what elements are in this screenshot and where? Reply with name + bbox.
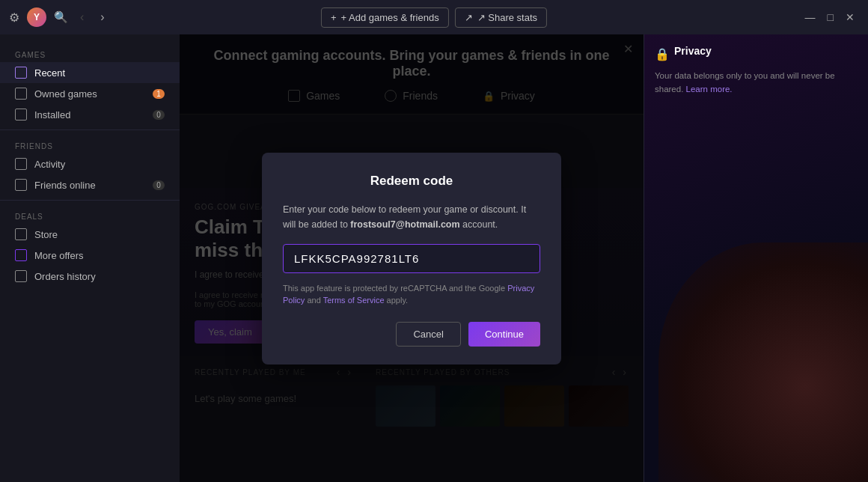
sidebar: GAMES Recent Owned games 1 Installed 0 F…: [0, 34, 180, 482]
recent-label: Recent: [34, 67, 65, 79]
privacy-icon: 🔒: [655, 47, 670, 61]
window-controls: — □ ✕: [801, 10, 859, 25]
store-label: Store: [34, 229, 58, 240]
sidebar-divider-1: [0, 129, 180, 130]
share-stats-button[interactable]: ↗ ↗ Share stats: [455, 7, 547, 28]
share-icon: ↗: [465, 12, 473, 23]
owned-games-badge: 1: [153, 89, 165, 99]
search-icon[interactable]: 🔍: [54, 10, 68, 24]
modal-desc: Enter your code below to redeem your gam…: [283, 202, 540, 232]
games-section-label: GAMES: [0, 43, 180, 62]
titlebar: ⚙ Y 🔍 ‹ › + + Add games & friends ↗ ↗ Sh…: [0, 0, 868, 34]
dragon-illustration: [658, 242, 868, 482]
learn-more-link[interactable]: Learn more.: [686, 85, 733, 94]
sidebar-divider-2: [0, 200, 180, 201]
sidebar-item-store[interactable]: Store: [0, 224, 180, 245]
sidebar-item-more-offers[interactable]: More offers: [0, 245, 180, 266]
app-body: GAMES Recent Owned games 1 Installed 0 F…: [0, 34, 868, 482]
sidebar-item-installed[interactable]: Installed 0: [0, 104, 180, 125]
plus-icon: +: [331, 12, 337, 23]
add-friends-label: + Add games & friends: [341, 12, 439, 23]
deals-section-label: DEALS: [0, 205, 180, 224]
back-button[interactable]: ‹: [76, 7, 88, 27]
minimize-button[interactable]: —: [801, 10, 820, 25]
recent-icon: [15, 67, 27, 79]
redeem-modal: Redeem code Enter your code below to red…: [262, 153, 561, 364]
owned-games-label: Owned games: [34, 88, 97, 100]
modal-title: Redeem code: [283, 174, 540, 189]
redeem-code-input[interactable]: [283, 244, 540, 273]
sidebar-item-owned-games[interactable]: Owned games 1: [0, 83, 180, 104]
orders-history-icon: [15, 270, 27, 282]
gear-icon[interactable]: ⚙: [9, 10, 19, 25]
owned-games-icon: [15, 88, 27, 100]
more-offers-icon: [15, 249, 27, 261]
titlebar-center: + + Add games & friends ↗ ↗ Share stats: [321, 7, 547, 28]
modal-overlay[interactable]: Redeem code Enter your code below to red…: [180, 34, 644, 482]
share-stats-label: ↗ Share stats: [477, 12, 537, 23]
friends-online-label: Friends online: [34, 180, 96, 191]
cancel-button[interactable]: Cancel: [396, 322, 460, 347]
activity-label: Activity: [34, 159, 65, 170]
modal-email: frostsoul7@hotmail.com: [350, 219, 459, 230]
sidebar-item-orders-history[interactable]: Orders history: [0, 266, 180, 287]
installed-label: Installed: [34, 109, 70, 120]
main-content: Connect gaming accounts. Bring your game…: [180, 34, 644, 482]
activity-icon: [15, 158, 27, 170]
sidebar-item-recent[interactable]: Recent: [0, 62, 180, 83]
right-panel-content: 🔒 Privacy Your data belongs only to you …: [655, 45, 858, 97]
modal-captcha: This app feature is protected by reCAPTC…: [283, 282, 540, 307]
sidebar-item-friends-online[interactable]: Friends online 0: [0, 174, 180, 195]
more-offers-label: More offers: [34, 250, 84, 261]
continue-button[interactable]: Continue: [468, 322, 540, 347]
friends-online-badge: 0: [153, 180, 165, 190]
store-icon: [15, 228, 27, 240]
friends-section-label: FRIENDS: [0, 135, 180, 153]
add-friends-button[interactable]: + + Add games & friends: [321, 7, 449, 28]
privacy-title: Privacy: [674, 45, 712, 57]
modal-actions: Cancel Continue: [283, 322, 540, 347]
terms-of-service-link[interactable]: Terms of Service: [323, 296, 385, 305]
friends-online-icon: [15, 179, 27, 191]
privacy-desc: Your data belongs only to you and will n…: [655, 69, 858, 97]
installed-icon: [15, 109, 27, 120]
forward-button[interactable]: ›: [96, 7, 109, 27]
sidebar-item-activity[interactable]: Activity: [0, 153, 180, 174]
titlebar-right: — □ ✕: [801, 10, 859, 25]
orders-history-label: Orders history: [34, 271, 96, 282]
installed-badge: 0: [153, 110, 165, 120]
maximize-button[interactable]: □: [823, 10, 838, 25]
right-panel: 🔒 Privacy Your data belongs only to you …: [644, 34, 868, 482]
avatar[interactable]: Y: [27, 7, 46, 27]
titlebar-left: ⚙ Y 🔍 ‹ ›: [9, 7, 109, 27]
close-button[interactable]: ✕: [841, 10, 859, 25]
